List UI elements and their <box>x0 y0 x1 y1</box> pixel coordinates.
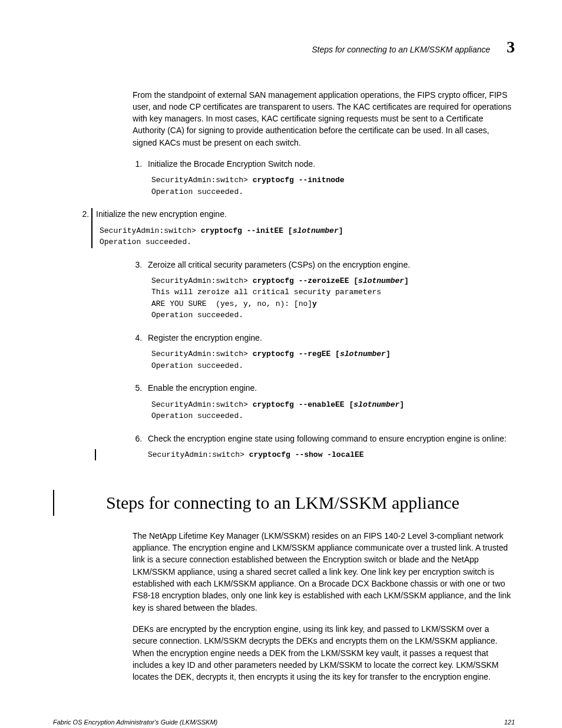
footer-page-number: 121 <box>504 718 515 728</box>
steps-list: Initialize the Brocade Encryption Switch… <box>133 158 515 460</box>
step-1-code: SecurityAdmin:switch> cryptocfg --initno… <box>151 174 515 197</box>
step-1: Initialize the Brocade Encryption Switch… <box>144 158 515 197</box>
header-title: Steps for connecting to an LKM/SSKM appl… <box>312 44 490 55</box>
step-5: Enable the encryption engine. SecurityAd… <box>144 382 515 421</box>
step-3: Zeroize all critical security parameters… <box>144 259 515 321</box>
step-4-text: Register the encryption engine. <box>148 333 262 342</box>
page-footer: Fabric OS Encryption Administrator's Gui… <box>53 718 515 728</box>
step-1-text: Initialize the Brocade Encryption Switch… <box>148 159 315 169</box>
step-3-text: Zeroize all critical security parameters… <box>148 260 410 269</box>
footer-doc-title: Fabric OS Encryption Administrator's Gui… <box>53 718 217 727</box>
intro-paragraph: From the standpoint of external SAN mana… <box>133 89 515 149</box>
section-p1: The NetApp Lifetime Key Manager (LKM/SSK… <box>133 530 515 614</box>
section-p2: DEKs are encrypted by the encryption eng… <box>133 623 515 683</box>
step-5-code: SecurityAdmin:switch> cryptocfg --enable… <box>151 399 515 422</box>
section-heading: Steps for connecting to an LKM/SSKM appl… <box>53 490 515 516</box>
step-3-code: SecurityAdmin:switch> cryptocfg --zeroiz… <box>151 275 515 321</box>
step-4-code: SecurityAdmin:switch> cryptocfg --regEE … <box>151 348 515 371</box>
step-2-text: Initialize the new encryption engine. <box>96 209 227 219</box>
step-4: Register the encryption engine. Security… <box>144 332 515 371</box>
page-header: Steps for connecting to an LKM/SSKM appl… <box>53 35 515 60</box>
step-6-code: SecurityAdmin:switch> cryptocfg --show -… <box>95 449 515 461</box>
step-2-code: SecurityAdmin:switch> cryptocfg --initEE… <box>100 225 515 248</box>
chapter-number: 3 <box>507 35 515 60</box>
step-6: Check the encryption engine state using … <box>144 433 515 461</box>
step-5-text: Enable the encryption engine. <box>148 383 257 393</box>
step-2: Initialize the new encryption engine. Se… <box>91 208 515 248</box>
step-6-text: Check the encryption engine state using … <box>148 434 507 443</box>
